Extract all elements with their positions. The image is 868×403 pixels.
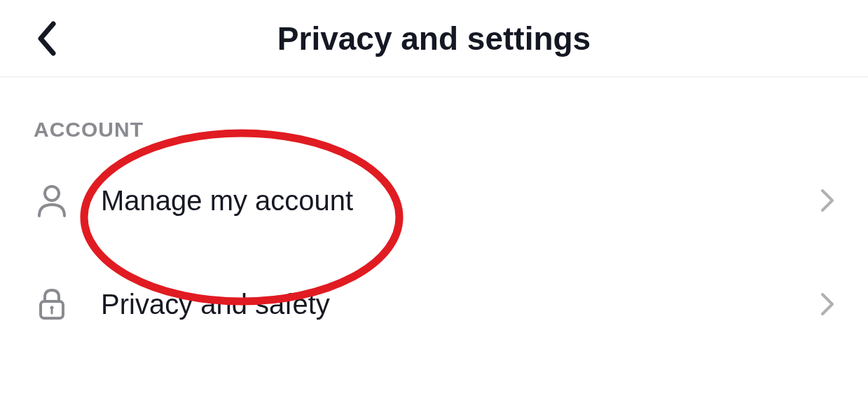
- svg-point-0: [45, 186, 59, 200]
- list-item-label: Manage my account: [101, 185, 820, 217]
- person-icon: [34, 182, 70, 219]
- chevron-right-icon: [820, 189, 834, 212]
- header: Privacy and settings: [0, 0, 868, 77]
- list-item-label: Privacy and safety: [101, 289, 820, 320]
- lock-icon: [34, 286, 70, 322]
- list-item-manage-account[interactable]: Manage my account: [34, 175, 834, 226]
- back-button[interactable]: [35, 21, 57, 56]
- list-item-privacy-safety[interactable]: Privacy and safety: [34, 279, 834, 329]
- content: ACCOUNT Manage my account Privacy and sa…: [0, 77, 868, 329]
- section-header-account: ACCOUNT: [34, 118, 834, 142]
- page-title: Privacy and settings: [28, 20, 840, 57]
- chevron-left-icon: [35, 21, 57, 56]
- chevron-right-icon: [820, 292, 834, 316]
